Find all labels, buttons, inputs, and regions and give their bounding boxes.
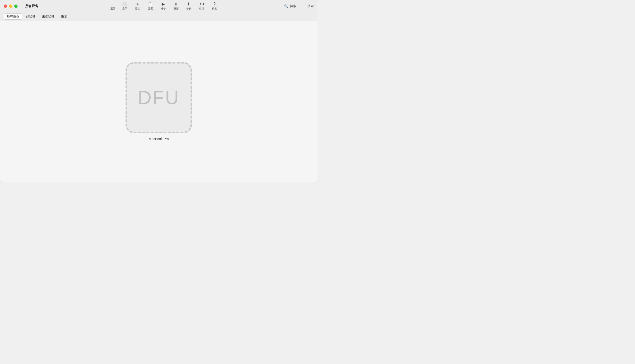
help-button[interactable]: ? 帮助 <box>208 1 221 12</box>
add-label: 添加 <box>135 7 140 10</box>
display-icon: ⬜ <box>122 2 127 6</box>
back-label: 返回 <box>110 7 116 10</box>
display-label: 显示 <box>122 7 127 10</box>
dfu-container: DFU MacBook Pro <box>126 62 192 141</box>
right-section: 🔍 搜索 搜索 <box>284 4 314 8</box>
display-button[interactable]: ⬜ 显示 <box>119 1 131 12</box>
titlebar: 所有设备 ← 返回 ⬜ 显示 ＋ 添加 📋 蓝图 <box>0 0 317 12</box>
prepare-icon: ▶ <box>162 2 165 6</box>
help-icon: ? <box>213 2 216 6</box>
tag-label: 标记 <box>199 7 204 10</box>
filter-supervised-button[interactable]: 已监管 <box>23 14 38 20</box>
help-label: 帮助 <box>212 7 217 10</box>
prepare-button[interactable]: ▶ 准备 <box>157 1 169 12</box>
filter-unsupervised-button[interactable]: 未受监管 <box>39 14 57 20</box>
blueprint-icon: 📋 <box>148 2 153 6</box>
add-icon: ＋ <box>135 2 140 6</box>
page-title: 所有设备 <box>25 4 39 8</box>
dfu-label: DFU <box>138 87 180 108</box>
tag-button[interactable]: 🏷 标记 <box>196 1 208 12</box>
filter-restore-button[interactable]: 恢复 <box>58 14 70 20</box>
backup-icon: ⬆ <box>187 2 190 6</box>
search-label: 搜索 <box>290 4 296 8</box>
back-icon: ← <box>111 2 115 6</box>
toolbar: ← 返回 ⬜ 显示 ＋ 添加 📋 蓝图 ▶ 准备 <box>44 1 284 12</box>
search-icon: 🔍 <box>284 4 288 8</box>
backup-label: 备份 <box>186 7 191 10</box>
search-right-label: 搜索 <box>308 4 314 8</box>
device-name-label: MacBook Pro <box>149 137 169 141</box>
update-button[interactable]: ⬆ 更新 <box>170 1 182 12</box>
maximize-button[interactable] <box>14 4 18 8</box>
close-button[interactable] <box>4 4 7 8</box>
add-button[interactable]: ＋ 添加 <box>132 1 144 12</box>
backup-button[interactable]: ⬆ 备份 <box>183 1 195 12</box>
update-label: 更新 <box>173 7 179 10</box>
dfu-device-box: DFU <box>126 62 192 133</box>
filter-all-button[interactable]: 所有设备 <box>4 14 22 20</box>
window-controls <box>4 4 18 8</box>
tag-icon: 🏷 <box>199 2 204 6</box>
minimize-button[interactable] <box>9 4 12 8</box>
prepare-label: 准备 <box>161 7 166 10</box>
main-content: DFU MacBook Pro <box>0 21 317 182</box>
left-section: 所有设备 <box>4 4 44 8</box>
back-button[interactable]: ← 返回 <box>108 1 118 11</box>
update-icon: ⬆ <box>174 2 178 6</box>
blueprint-button[interactable]: 📋 蓝图 <box>144 1 156 12</box>
blueprint-label: 蓝图 <box>148 7 153 10</box>
filterbar: 所有设备 已监管 未受监管 恢复 <box>0 12 317 21</box>
app-window: 所有设备 ← 返回 ⬜ 显示 ＋ 添加 📋 蓝图 <box>0 0 317 182</box>
